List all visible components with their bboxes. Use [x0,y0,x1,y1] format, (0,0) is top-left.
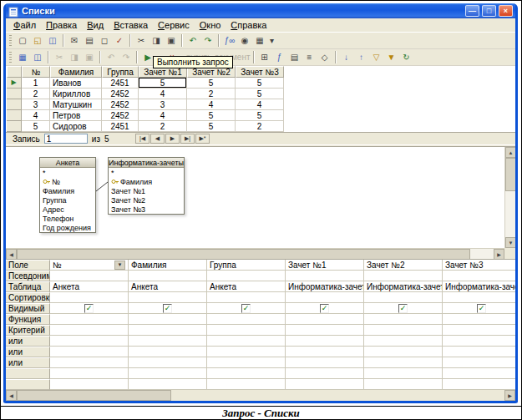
field-list-title[interactable]: Информатика-зачеты [109,158,184,168]
print-icon[interactable]: ▤ [82,34,97,48]
cell[interactable]: 1 [22,78,50,89]
page-preview-icon[interactable]: ◻ [97,34,112,48]
minimize-button[interactable]: — [465,5,479,17]
visible-checkbox[interactable]: ✓ [241,304,251,313]
active-cell[interactable]: 5 [139,78,187,89]
alias-cell[interactable] [443,271,515,281]
empty-cell[interactable] [364,379,443,390]
sort-cell[interactable] [207,292,286,303]
add-table-icon[interactable]: ⊞ [257,51,272,64]
cell[interactable]: 4 [187,99,236,110]
design-horizontal-scrollbar[interactable]: ◀ ▶ [6,248,504,259]
empty-cell[interactable] [50,379,129,390]
record-number-input[interactable] [44,134,88,144]
function-icon[interactable]: ƒ∞ [222,34,237,48]
or-cell[interactable] [443,336,515,347]
cell[interactable]: 4 [139,89,187,99]
cell[interactable]: 5 [187,110,236,121]
criterion-cell[interactable] [286,325,364,336]
sort-ascending-icon[interactable]: ↓ [339,51,354,64]
field-list-title[interactable]: Анкета [40,158,95,168]
field-item[interactable]: Год рождения [40,223,95,232]
prev-record-button[interactable]: ◀ [150,134,165,144]
scroll-left-icon[interactable]: ◀ [6,390,17,401]
scroll-left-icon[interactable]: ◀ [6,249,17,260]
cell[interactable]: 2452 [102,89,139,99]
remove-filter-icon[interactable]: ▼ [384,51,399,64]
undo-icon[interactable]: ↶ [185,34,200,48]
function-cell[interactable] [364,314,443,325]
title-bar[interactable]: Списки — □ × [6,3,515,18]
or-cell[interactable] [364,336,443,347]
bottom-scrollbar[interactable]: ◀ ▶ [6,390,515,401]
or-cell[interactable] [364,357,443,368]
row-selector[interactable] [7,110,22,121]
visible-checkbox[interactable]: ✓ [398,304,408,313]
spellcheck-icon[interactable]: ✓ [112,34,127,48]
table-name-icon[interactable]: ▤ [287,51,302,64]
criterion-cell[interactable] [129,325,207,336]
criterion-cell[interactable] [207,325,286,336]
sort-cell[interactable] [50,292,129,303]
or-cell[interactable] [443,347,515,357]
alias-cell[interactable] [129,271,207,281]
empty-cell[interactable] [129,379,207,390]
sort-cell[interactable] [129,292,207,303]
field-cell[interactable]: Фамилия [129,260,207,271]
new-document-icon[interactable]: ▢ [15,34,30,48]
alias-cell[interactable] [364,271,443,281]
or-cell[interactable] [443,357,515,368]
or-cell[interactable] [50,336,129,347]
next-record-button[interactable]: ▶ [165,134,180,144]
cut-icon[interactable]: ✂ [134,34,149,48]
or-cell[interactable] [207,357,286,368]
email-icon[interactable]: ✉ [67,34,82,48]
scrollbar-track[interactable] [505,191,515,237]
empty-cell[interactable] [443,368,515,379]
scrollbar-thumb[interactable] [17,390,171,401]
first-record-button[interactable]: |◀ [135,134,150,144]
cell[interactable]: 5 [22,121,50,132]
visible-checkbox[interactable]: ✓ [320,304,329,313]
field-item[interactable]: Зачет №1 [109,186,184,195]
sort-cell[interactable] [364,292,443,303]
save-icon[interactable]: ◫ [45,34,60,48]
empty-cell[interactable] [286,368,364,379]
field-combobox[interactable]: № ▼ [53,260,125,270]
cell[interactable]: 5 [236,78,284,89]
row-selector[interactable] [7,89,22,99]
functions-icon[interactable]: ƒ [272,51,287,64]
row-selector[interactable] [7,121,22,132]
menu-item-insert[interactable]: Вставка [109,19,153,31]
menu-item-help[interactable]: Справка [226,19,271,31]
filter-icon[interactable]: ▽ [369,51,384,64]
column-header-num[interactable]: № [22,66,50,78]
cell[interactable]: 4 [236,99,284,110]
alias-cell[interactable] [207,271,286,281]
or-cell[interactable] [286,347,364,357]
cell[interactable]: 2452 [102,110,139,121]
visible-checkbox[interactable]: ✓ [84,304,94,313]
empty-cell[interactable] [443,379,515,390]
row-selector[interactable]: ▶ [7,78,22,89]
paste-icon[interactable]: ▣ [164,34,179,48]
cell[interactable]: 2 [187,89,236,99]
alias-icon[interactable]: ≡ [302,51,317,64]
cell[interactable]: 5 [236,110,284,121]
cell[interactable]: 4 [139,110,187,121]
cell[interactable]: 2 [22,89,50,99]
field-cell[interactable]: Зачет №3 [443,260,515,271]
cell[interactable]: Петров [50,110,102,121]
function-cell[interactable] [207,314,286,325]
table-cell[interactable]: Анкета [129,281,207,292]
sort-cell[interactable] [443,292,515,303]
empty-cell[interactable] [50,368,129,379]
field-item[interactable]: Зачет №3 [109,205,184,214]
combo-dropdown-icon[interactable]: ▼ [114,261,125,270]
cell[interactable]: 2 [139,121,187,132]
scrollbar-thumb[interactable] [17,249,470,260]
cell[interactable]: 2451 [102,78,139,89]
field-item[interactable]: Группа [40,195,95,205]
menu-item-tools[interactable]: Сервис [153,19,195,31]
or-cell[interactable] [207,336,286,347]
